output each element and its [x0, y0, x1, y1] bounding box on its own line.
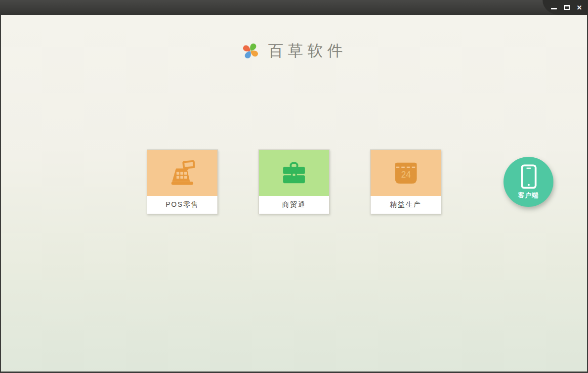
product-tile-pos	[147, 150, 217, 196]
app-title: 百草软件	[268, 41, 347, 61]
app-window: ✕ 百草软件	[0, 0, 588, 373]
window-controls: ✕	[543, 0, 588, 15]
titlebar: ✕	[0, 0, 588, 15]
calendar-icon: 24	[394, 162, 418, 184]
client-app-button[interactable]: 客户端	[504, 157, 553, 207]
product-tile-lean: 24	[371, 150, 441, 196]
briefcase-icon	[281, 161, 307, 185]
minimize-button[interactable]	[549, 3, 558, 12]
cash-register-icon	[168, 160, 196, 186]
product-card-pos[interactable]: POS零售	[147, 149, 218, 214]
main-content: 百草软件	[0, 15, 588, 373]
smartphone-icon	[520, 164, 537, 189]
minimize-icon	[551, 8, 557, 9]
close-icon: ✕	[577, 4, 582, 11]
maximize-icon	[564, 5, 570, 10]
calendar-day-number: 24	[401, 169, 411, 179]
client-button-label: 客户端	[518, 191, 539, 200]
product-tile-trade	[259, 150, 329, 196]
pinwheel-logo-icon	[241, 42, 260, 60]
app-logo: 百草软件	[1, 41, 587, 61]
product-label-trade: 商贸通	[259, 196, 329, 214]
product-label-pos: POS零售	[147, 196, 217, 214]
maximize-button[interactable]	[562, 3, 571, 12]
product-card-trade[interactable]: 商贸通	[258, 149, 330, 214]
product-label-lean: 精益生产	[371, 196, 441, 214]
product-card-lean[interactable]: 24 精益生产	[370, 149, 441, 214]
close-button[interactable]: ✕	[575, 3, 584, 12]
